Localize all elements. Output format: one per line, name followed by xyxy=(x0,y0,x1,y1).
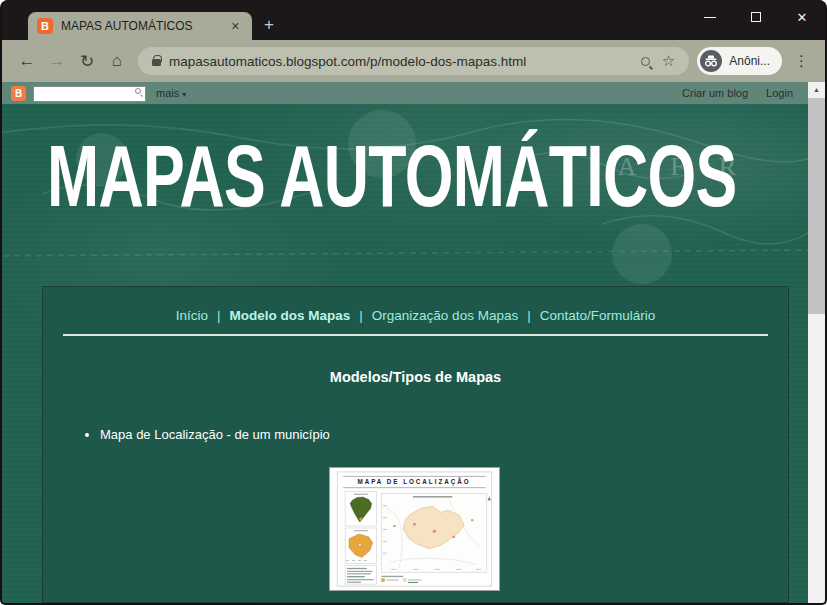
blogger-navbar: B mais ▾ Criar um blogLogin xyxy=(2,82,808,104)
navbar-link[interactable]: Login xyxy=(766,87,793,99)
home-icon[interactable]: ⌂ xyxy=(102,51,132,71)
navbar-search xyxy=(33,84,146,103)
url-text[interactable]: mapasautomaticos.blogspot.com/p/modelo-d… xyxy=(169,54,637,69)
scrollbar-thumb[interactable] xyxy=(808,98,825,314)
page-heading: Modelos/Tipos de Mapas xyxy=(63,369,768,385)
blog-nav-link[interactable]: Organização dos Mapas xyxy=(372,308,518,323)
tab-close-icon[interactable]: ✕ xyxy=(227,18,244,35)
new-tab-button[interactable]: + xyxy=(264,16,274,33)
content-panel: Início|Modelo dos Mapas|Organização dos … xyxy=(42,286,789,603)
nav-separator: | xyxy=(359,308,363,323)
minimize-button[interactable] xyxy=(687,0,733,34)
search-input[interactable] xyxy=(33,86,146,102)
forward-icon[interactable]: → xyxy=(42,51,72,71)
maximize-button[interactable] xyxy=(733,0,779,34)
maximize-icon xyxy=(751,12,761,22)
blog-nav-link[interactable]: Contato/Formulário xyxy=(540,308,656,323)
list-item: Mapa de Localização - de um município xyxy=(100,427,768,442)
back-icon[interactable]: ← xyxy=(12,51,42,71)
more-dropdown[interactable]: mais ▾ xyxy=(156,87,186,99)
browser-tab[interactable]: B MAPAS AUTOMÁTICOS ✕ xyxy=(28,12,252,40)
profile-label: Anôni... xyxy=(722,54,779,68)
nav-separator: | xyxy=(527,308,531,323)
blog-nav: Início|Modelo dos Mapas|Organização dos … xyxy=(63,308,768,323)
page-scrollbar[interactable]: ▲ xyxy=(808,82,825,603)
map-figure-thumbnail[interactable]: MAPA DE LOCALIZAÇÃO xyxy=(329,467,502,591)
more-label: mais xyxy=(156,87,179,99)
blog-nav-link[interactable]: Modelo dos Mapas xyxy=(230,308,351,323)
chrome-menu-icon[interactable]: ⋮ xyxy=(788,52,815,70)
blog-page: AFR MAPAS AUTOMÁTICOS Início|Modelo dos … xyxy=(2,104,808,603)
webpage: B mais ▾ Criar um blogLogin xyxy=(2,82,808,603)
blogger-logo-icon[interactable]: B xyxy=(11,86,26,101)
zoom-icon[interactable] xyxy=(641,57,650,66)
address-bar[interactable]: mapasautomaticos.blogspot.com/p/modelo-d… xyxy=(138,47,689,75)
browser-window: B MAPAS AUTOMÁTICOS ✕ + ✕ ← → ↻ ⌂ mapasa… xyxy=(0,0,827,605)
blogger-favicon-icon: B xyxy=(37,18,53,34)
blog-header: MAPAS AUTOMÁTICOS xyxy=(2,104,808,286)
window-controls: ✕ xyxy=(687,0,825,34)
profile-chip[interactable]: Anôni... xyxy=(697,47,782,75)
figure-title: MAPA DE LOCALIZAÇÃO xyxy=(357,477,470,486)
blog-nav-link[interactable]: Início xyxy=(176,308,208,323)
scrollbar-up-icon[interactable]: ▲ xyxy=(808,82,825,97)
titlebar: B MAPAS AUTOMÁTICOS ✕ + ✕ xyxy=(2,0,825,40)
tab-title: MAPAS AUTOMÁTICOS xyxy=(61,19,227,33)
reload-icon[interactable]: ↻ xyxy=(72,51,102,72)
nav-divider xyxy=(63,334,768,336)
bookmark-star-icon[interactable]: ☆ xyxy=(662,52,675,70)
search-icon[interactable] xyxy=(135,88,141,94)
bullet-list: Mapa de Localização - de um município xyxy=(63,427,768,442)
lock-icon[interactable] xyxy=(152,59,161,66)
navbar-links: Criar um blogLogin xyxy=(682,87,793,99)
browser-toolbar: ← → ↻ ⌂ mapasautomaticos.blogspot.com/p/… xyxy=(2,40,825,82)
nav-separator: | xyxy=(217,308,221,323)
chevron-down-icon: ▾ xyxy=(182,90,186,99)
navbar-link[interactable]: Criar um blog xyxy=(682,87,748,99)
close-button[interactable]: ✕ xyxy=(779,0,825,34)
page-viewport: B mais ▾ Criar um blogLogin xyxy=(2,82,825,603)
blog-title[interactable]: MAPAS AUTOMÁTICOS xyxy=(47,130,737,221)
incognito-icon xyxy=(700,50,722,72)
